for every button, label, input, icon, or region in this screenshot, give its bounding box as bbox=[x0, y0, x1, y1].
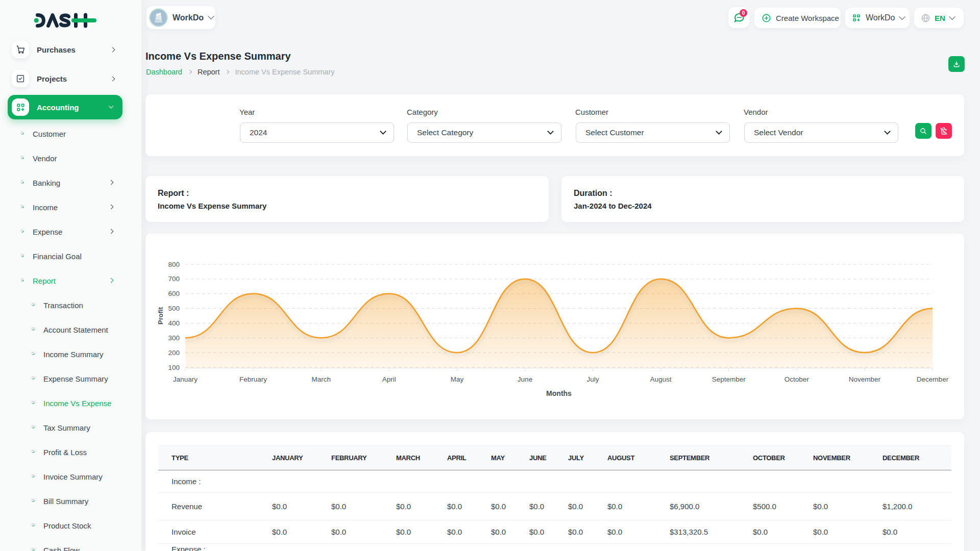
svg-text:Months: Months bbox=[546, 389, 572, 397]
svg-text:April: April bbox=[382, 375, 396, 383]
svg-text:300: 300 bbox=[168, 334, 180, 342]
svg-text:200: 200 bbox=[168, 349, 180, 357]
svg-text:800: 800 bbox=[168, 261, 180, 268]
svg-text:Profit: Profit bbox=[157, 307, 164, 324]
svg-text:May: May bbox=[451, 375, 464, 383]
svg-text:700: 700 bbox=[168, 275, 180, 283]
svg-text:June: June bbox=[518, 375, 532, 383]
svg-text:100: 100 bbox=[168, 364, 180, 371]
svg-text:January: January bbox=[173, 375, 198, 383]
svg-text:March: March bbox=[311, 375, 331, 383]
svg-text:November: November bbox=[849, 375, 881, 383]
svg-text:July: July bbox=[586, 375, 599, 383]
svg-text:September: September bbox=[712, 375, 746, 383]
svg-text:October: October bbox=[785, 375, 810, 383]
svg-text:600: 600 bbox=[168, 290, 180, 297]
svg-text:400: 400 bbox=[168, 319, 180, 327]
svg-text:500: 500 bbox=[168, 305, 180, 312]
svg-text:December: December bbox=[917, 375, 949, 383]
svg-text:August: August bbox=[650, 375, 672, 383]
svg-text:February: February bbox=[239, 375, 267, 383]
